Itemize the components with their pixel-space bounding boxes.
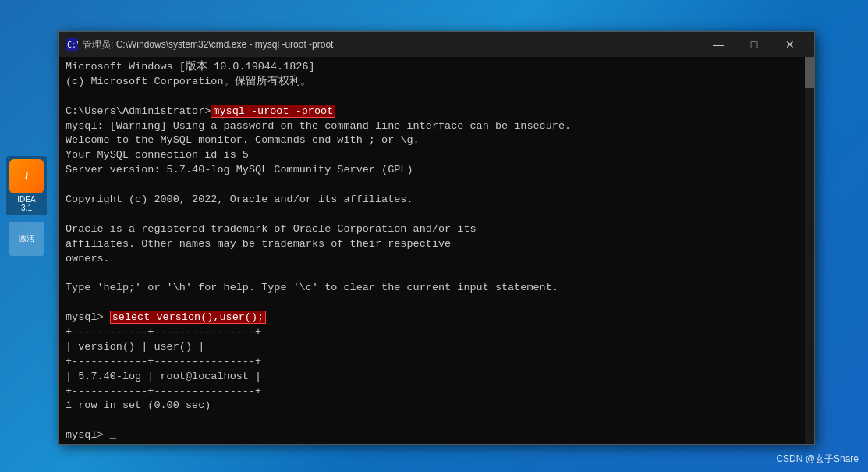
console-line-1: Microsoft Windows [版本 10.0.19044.1826]: [66, 60, 808, 75]
console-line-7: Your MySQL connection id is 5: [66, 148, 808, 163]
console-line-14: owners.: [66, 252, 808, 267]
filter-icon: 激活: [9, 222, 44, 256]
desktop: I IDEA 3.1 激活 C:\ 管理员: C:\Windows\system…: [0, 0, 868, 472]
console-line-13: affiliates. Other names may be trademark…: [66, 237, 808, 252]
console-line-blank-5: [66, 296, 808, 311]
sidebar-item-idea[interactable]: I IDEA 3.1: [6, 156, 47, 215]
watermark: CSDN @玄子Share: [776, 452, 859, 466]
table-border-bottom: +------------+----------------+: [66, 385, 808, 399]
close-button[interactable]: ✕: [772, 32, 808, 57]
result-line: 1 row in set (0.00 sec): [66, 399, 808, 413]
console-line-5: mysql: [Warning] Using a password on the…: [66, 119, 808, 134]
table-header: | version() | user() |: [66, 340, 808, 355]
mysql-prompt-2: mysql> _: [66, 428, 808, 443]
console-line-blank-1: [66, 90, 808, 105]
cmd-window: C:\ 管理员: C:\Windows\system32\cmd.exe - m…: [58, 31, 815, 445]
console-line-blank-2: [66, 178, 808, 193]
sidebar-item-filter[interactable]: 激活: [6, 222, 47, 256]
cmd-icon: C:\: [66, 38, 78, 51]
idea-label: IDEA 3.1: [9, 195, 44, 212]
command2-highlight: select version(),user();: [110, 311, 266, 324]
console-line-10: Copyright (c) 2000, 2022, Oracle and/or …: [66, 193, 808, 208]
title-bar: C:\ 管理员: C:\Windows\system32\cmd.exe - m…: [59, 32, 814, 57]
scrollbar-thumb[interactable]: [805, 57, 814, 88]
table-border-top: +------------+----------------+: [66, 325, 808, 340]
window-controls: — □ ✕: [700, 32, 808, 57]
console-line-2: (c) Microsoft Corporation。保留所有权利。: [66, 75, 808, 90]
minimize-button[interactable]: —: [700, 32, 736, 57]
scrollbar[interactable]: [805, 57, 814, 444]
left-sidebar: I IDEA 3.1 激活: [0, 0, 53, 472]
command1-highlight: mysql -uroot -proot: [211, 105, 335, 118]
console-line-8: Server version: 5.7.40-log MySQL Communi…: [66, 163, 808, 178]
console-command-line: mysql> select version(),user();: [66, 311, 808, 325]
table-border-mid: +------------+----------------+: [66, 355, 808, 370]
console-line-12: Oracle is a registered trademark of Orac…: [66, 222, 808, 237]
console-line-blank-4: [66, 266, 808, 281]
maximize-button[interactable]: □: [736, 32, 772, 57]
console-line-4: C:\Users\Administrator>mysql -uroot -pro…: [66, 105, 808, 119]
svg-text:C:\: C:\: [67, 41, 78, 49]
table-data-row: | 5.7.40-log | root@localhost |: [66, 370, 808, 385]
console-output[interactable]: Microsoft Windows [版本 10.0.19044.1826] (…: [59, 57, 814, 444]
mysql-prompt-1: mysql>: [66, 311, 110, 323]
console-line-6: Welcome to the MySQL monitor. Commands e…: [66, 133, 808, 148]
idea-icon: I: [9, 159, 44, 193]
window-title: 管理员: C:\Windows\system32\cmd.exe - mysql…: [83, 38, 700, 51]
console-line-blank-6: [66, 413, 808, 428]
console-line-16: Type 'help;' or '\h' for help. Type '\c'…: [66, 281, 808, 296]
console-line-blank-3: [66, 208, 808, 222]
